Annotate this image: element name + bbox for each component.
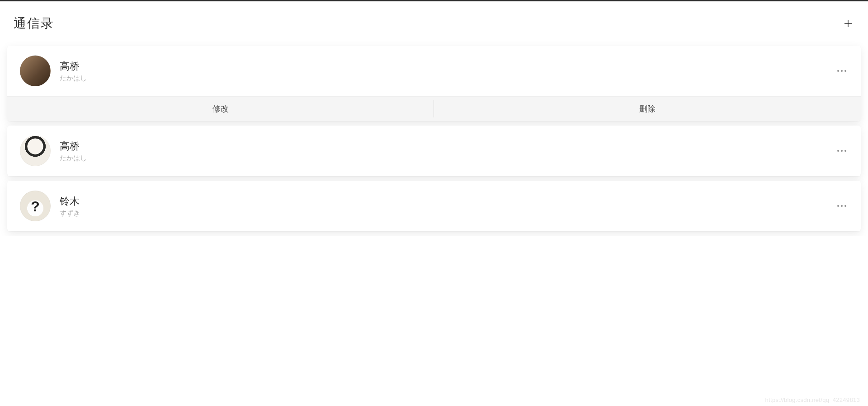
contact-info: 铃木 すずき — [60, 195, 835, 218]
contact-info: 高桥 たかはし — [60, 140, 835, 163]
contact-actions: 修改 删除 — [7, 96, 861, 121]
avatar — [20, 191, 51, 221]
contact-row[interactable]: 高桥 たかはし — [7, 46, 861, 96]
ellipsis-icon — [837, 70, 839, 72]
avatar — [20, 56, 51, 86]
contact-name: 高桥 — [60, 140, 835, 153]
contact-info: 高桥 たかはし — [60, 60, 835, 83]
more-button[interactable] — [835, 70, 848, 72]
contact-subtitle: たかはし — [60, 154, 835, 163]
plus-icon — [843, 18, 854, 29]
contact-name: 高桥 — [60, 60, 835, 73]
add-contact-button[interactable] — [842, 17, 854, 30]
avatar — [20, 135, 51, 166]
contact-card: 高桥 たかはし — [7, 126, 861, 176]
more-button[interactable] — [835, 205, 848, 207]
ellipsis-icon — [837, 150, 839, 152]
ellipsis-icon — [841, 150, 843, 152]
contact-subtitle: たかはし — [60, 74, 835, 83]
ellipsis-icon — [841, 205, 843, 207]
contact-list: 高桥 たかはし 修改 删除 高桥 たかはし — [0, 46, 868, 231]
delete-button[interactable]: 删除 — [434, 97, 861, 121]
edit-button[interactable]: 修改 — [7, 97, 434, 121]
more-button[interactable] — [835, 150, 848, 152]
contact-name: 铃木 — [60, 195, 835, 208]
ellipsis-icon — [844, 150, 846, 152]
contact-card: 高桥 たかはし 修改 删除 — [7, 46, 861, 121]
header-bar: 通信录 — [0, 1, 868, 46]
contact-card: 铃木 すずき — [7, 181, 861, 231]
ellipsis-icon — [844, 205, 846, 207]
ellipsis-icon — [841, 70, 843, 72]
contact-subtitle: すずき — [60, 209, 835, 218]
page-title: 通信录 — [14, 15, 54, 32]
ellipsis-icon — [837, 205, 839, 207]
contact-row[interactable]: 铃木 すずき — [7, 181, 861, 231]
contact-row[interactable]: 高桥 たかはし — [7, 126, 861, 176]
ellipsis-icon — [844, 70, 846, 72]
